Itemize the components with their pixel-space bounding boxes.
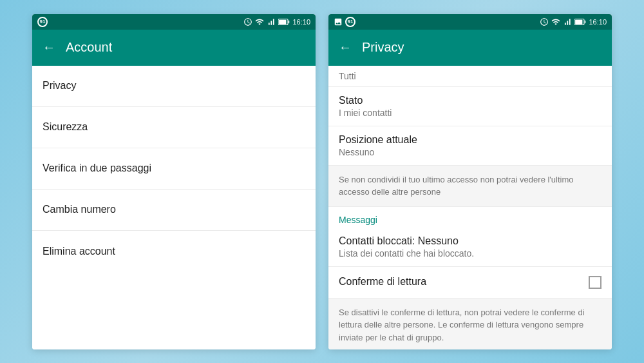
elimina-label: Elimina account xyxy=(43,246,115,257)
posizione-title: Posizione attuale xyxy=(339,134,601,146)
stato-subtitle: I miei contatti xyxy=(339,108,601,118)
privacy-back-button[interactable]: ← xyxy=(339,40,352,55)
privacy-title: Privacy xyxy=(362,40,601,55)
verifica-label: Verifica in due passaggi xyxy=(43,162,151,174)
truncated-text: Tutti xyxy=(339,71,356,81)
posizione-subtitle: Nessuno xyxy=(339,147,601,157)
menu-item-cambia[interactable]: Cambia numero xyxy=(32,190,316,231)
status-bar-right-right-side: 16:10 xyxy=(540,17,607,26)
sim-number-right: 91 xyxy=(348,19,354,25)
sim-icon-right: 91 xyxy=(345,17,355,27)
privacy-label: Privacy xyxy=(43,80,76,92)
svg-rect-4 xyxy=(576,19,583,24)
info-box-2: Se disattivi le conferme di lettura, non… xyxy=(328,299,612,349)
back-button[interactable]: ← xyxy=(43,40,55,55)
info-text-2: Se disattivi le conferme di lettura, non… xyxy=(339,308,585,342)
alarm-icon xyxy=(243,17,252,26)
info-box-1: Se non condividi il tuo ultimo accesso n… xyxy=(328,166,612,207)
conferme-checkbox[interactable] xyxy=(589,276,601,289)
status-bar-left-side: 91 xyxy=(37,17,48,27)
wifi-icon xyxy=(255,17,264,26)
messaggi-section-header: Messaggi xyxy=(328,207,612,228)
sicurezza-label: Sicurezza xyxy=(43,121,88,133)
conferme-label: Conferme di lettura xyxy=(339,276,426,288)
image-icon xyxy=(334,17,343,26)
svg-rect-5 xyxy=(585,20,586,23)
time-right: 16:10 xyxy=(589,18,607,26)
sim-number: 91 xyxy=(40,19,46,25)
posizione-item[interactable]: Posizione attuale Nessuno xyxy=(328,126,612,166)
sim-icon: 91 xyxy=(37,17,48,27)
menu-item-verifica[interactable]: Verifica in due passaggi xyxy=(32,148,316,190)
contatti-bloccati-subtitle: Lista dei contatti che hai bloccato. xyxy=(339,248,601,259)
account-header: ← Account xyxy=(32,30,316,66)
battery-icon xyxy=(278,18,290,26)
svg-rect-1 xyxy=(279,19,287,24)
info-text-1: Se non condividi il tuo ultimo accesso n… xyxy=(339,175,574,197)
alarm-icon-right xyxy=(540,17,549,26)
privacy-header: ← Privacy xyxy=(328,30,612,66)
time-left: 16:10 xyxy=(292,18,310,26)
privacy-content: Tutti Stato I miei contatti Posizione at… xyxy=(328,66,612,349)
stato-title: Stato xyxy=(339,95,601,106)
cambia-label: Cambia numero xyxy=(43,204,116,215)
contatti-bloccati-title: Contatti bloccati: Nessuno xyxy=(339,235,601,247)
status-bar-left: 91 16:10 xyxy=(32,14,316,30)
account-menu-list: Privacy Sicurezza Verifica in due passag… xyxy=(32,66,316,349)
stato-item[interactable]: Stato I miei contatti xyxy=(328,87,612,126)
account-screen: 91 16:10 ← Account Priv xyxy=(32,14,316,349)
messaggi-label: Messaggi xyxy=(339,215,377,225)
menu-item-sicurezza[interactable]: Sicurezza xyxy=(32,107,316,148)
battery-icon-right xyxy=(574,18,586,26)
status-bar-right: 91 16:10 xyxy=(328,14,612,30)
account-title: Account xyxy=(66,40,305,55)
menu-item-privacy[interactable]: Privacy xyxy=(32,66,316,107)
wifi-icon-right xyxy=(551,17,560,26)
truncated-top: Tutti xyxy=(328,66,612,87)
svg-rect-2 xyxy=(289,20,290,23)
signal-icon xyxy=(267,17,276,26)
privacy-screen: 91 16:10 ← Privacy xyxy=(328,14,612,349)
conferme-lettura-row[interactable]: Conferme di lettura xyxy=(328,267,612,299)
status-bar-right-side: 16:10 xyxy=(243,17,310,26)
status-bar-right-left-side: 91 xyxy=(334,17,355,27)
menu-item-elimina[interactable]: Elimina account xyxy=(32,231,316,272)
signal-icon-right xyxy=(563,17,572,26)
contatti-bloccati-item[interactable]: Contatti bloccati: Nessuno Lista dei con… xyxy=(328,228,612,267)
